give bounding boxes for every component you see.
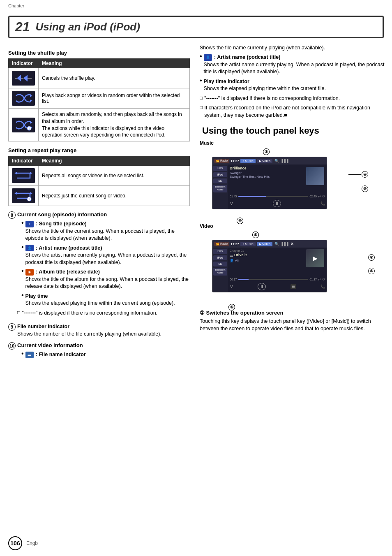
bullet-song-title: • ♪ : Song title (episode) Shows the tit… xyxy=(21,220,190,242)
sidebar-ipod: iPod xyxy=(213,172,227,177)
sidebar-ipod-v: iPod xyxy=(213,255,227,260)
list-btn-video: ☰ xyxy=(291,284,296,289)
right-bullet-playtime: • Play time indicator Shows the elapsed … xyxy=(200,78,386,93)
track-title-video: Drive it xyxy=(234,253,247,257)
svg-marker-11 xyxy=(14,192,17,195)
repeat-table: Indicator Meaning xyxy=(8,156,190,206)
table-row: 1 Selects an album randomly, and then pl… xyxy=(9,109,190,141)
item-9-content: File number indicatorShows the number of… xyxy=(17,323,190,338)
screen-body-music: Divx iPod SD Bluetooth Audio Brilliance … xyxy=(212,164,327,209)
svg-marker-5 xyxy=(30,121,32,124)
music-tab-video: ♪ Music xyxy=(240,242,256,246)
svg-marker-4 xyxy=(30,100,32,102)
anno-4-music: ④ xyxy=(362,171,368,178)
video-screen: 📻 Radio 11:27 ♪ Music ▶ Video 🔍 ▐▐▐ ✕ Di… xyxy=(212,240,327,292)
progress-bar-video xyxy=(238,279,309,280)
video-label: Video xyxy=(200,223,386,229)
anno-1-title: ① Switches the operation screen xyxy=(200,310,386,316)
album-icon: ◉ xyxy=(25,269,34,276)
shuffle-col-meaning: Meaning xyxy=(39,59,190,68)
sidebar-divx-v: Divx xyxy=(213,249,227,254)
video-thumb: ▶ xyxy=(306,249,324,267)
sidebar-sd: SD xyxy=(213,178,227,183)
right-bullets: • 👤 : Artist name (podcast title) Shows … xyxy=(200,54,386,93)
album-art-music xyxy=(306,167,324,185)
bullet-album-title: • ◉ : Album title (release date) Shows t… xyxy=(21,269,190,290)
anno-6-video: ⑥ xyxy=(228,304,235,310)
screen-controls-video: ∨ ⏸ ☰ 📞 xyxy=(230,283,325,290)
svg-text:1: 1 xyxy=(28,127,30,130)
repeat-ctrl-music: ↺ xyxy=(322,195,325,198)
video-tab-m: ▶ Video xyxy=(257,159,273,163)
svg-marker-3 xyxy=(30,95,32,97)
repeat-col-meaning: Meaning xyxy=(39,156,190,166)
numbered-item-10: 10 Current video information • ▬ : File … xyxy=(8,342,190,361)
time-start-music: 01:45 xyxy=(230,195,237,198)
chapter-title-box: 21 Using an iPod (iPod) xyxy=(8,16,384,38)
chevron-music: ∨ xyxy=(230,201,233,206)
shuffle-section-title: Setting the shuffle play xyxy=(8,50,190,56)
chapter-label: Chapter xyxy=(8,3,384,8)
video-tab-active: ▶ Video xyxy=(257,242,273,246)
shuffle-ctrl-music: ⇄ xyxy=(318,195,321,198)
screen-main-music: Brilliance Swinger Swinger The Best New … xyxy=(228,164,327,209)
person-icon-video: 👤 xyxy=(230,259,234,262)
progress-fill-video xyxy=(238,279,249,280)
shuffle-meaning-1: Cancels the shuffle play. xyxy=(39,68,190,88)
sidebar-bt-v: Bluetooth Audio xyxy=(213,268,227,275)
shuffle-meaning-3: Selects an album randomly, and then play… xyxy=(39,109,190,141)
anno-5-video: ⑤ xyxy=(368,268,375,274)
table-row: Repeats all songs or videos in the selec… xyxy=(9,166,190,186)
bullet-play-time: • Play time Shows the elapsed playing ti… xyxy=(21,293,190,307)
right-filename-desc: Shows the file name currently playing (w… xyxy=(200,44,386,51)
shuffle-table: Indicator Meaning xyxy=(8,58,190,141)
svg-text:1: 1 xyxy=(28,198,30,201)
play-icon-thumb: ▶ xyxy=(313,255,318,262)
music-screen-mock: 📻 Radio 11:27 ♪ Music ▶ Video 🔍 ▐▐▐ Divx… xyxy=(212,157,327,209)
page: Chapter 21 Using an iPod (iPod) Setting … xyxy=(0,0,392,556)
item-number-8: 8 xyxy=(8,211,16,219)
item-8-content: Current song (episode) information • ♪ :… xyxy=(17,211,190,319)
table-row: Cancels the shuffle play. xyxy=(9,68,190,88)
anno-5-music: ⑤ xyxy=(362,185,368,192)
music-screen: 📻 Radio 11:27 ♪ Music ▶ Video 🔍 ▐▐▐ Divx… xyxy=(212,157,327,209)
screen-time-music: 11:27 xyxy=(231,159,239,163)
right-bullet-artist: • 👤 : Artist name (podcast title) Shows … xyxy=(200,54,386,76)
left-column: Setting the shuffle play Indicator Meani… xyxy=(8,44,197,365)
checkbox-dashes: □ "-------" is displayed if there is no … xyxy=(17,310,190,317)
shuffle-icon-1 xyxy=(9,68,39,88)
item-9-title: File number indicatorShows the number of… xyxy=(17,323,190,338)
pause-btn-music: ⏸ xyxy=(273,200,281,207)
shuffle-ctrl-video: ⇄ xyxy=(318,278,321,281)
screen-sidebar-video: Divx iPod SD Bluetooth Audio xyxy=(212,248,228,292)
repeat-section-title: Setting a repeat play range xyxy=(8,147,190,153)
video-screen-mock: 📻 Radio 11:27 ♪ Music ▶ Video 🔍 ▐▐▐ ✕ Di… xyxy=(212,240,327,292)
table-row: Plays back songs or videos in random ord… xyxy=(9,88,190,109)
svg-marker-9 xyxy=(14,172,17,174)
close-btn-video: ✕ xyxy=(291,242,294,246)
shuffle-icon-3: 1 xyxy=(9,109,39,141)
repeat-icon-2: 1 xyxy=(9,186,39,206)
repeat-meaning-2: Repeats just the current song or video. xyxy=(39,186,190,206)
numbered-item-9: 9 File number indicatorShows the number … xyxy=(8,323,190,338)
anno-3-music: ③ xyxy=(263,148,270,155)
progress-bar-music xyxy=(238,196,309,197)
repeat-meaning-1: Repeats all songs or videos in the selec… xyxy=(39,166,190,186)
music-label: Music xyxy=(200,140,386,146)
screen-body-video: Divx iPod SD Bluetooth Audio Chapter 01 … xyxy=(212,248,327,292)
numbered-item-8: 8 Current song (episode) information • ♪… xyxy=(8,211,190,319)
sidebar-divx: Divx xyxy=(213,166,227,171)
track-artist-video: Ali xyxy=(235,259,239,262)
svg-marker-12 xyxy=(30,192,32,195)
item-8-title: Current song (episode) information xyxy=(17,211,190,219)
screen-controls-music: ∨ ⏸ 📞 xyxy=(230,200,325,207)
language-label: Engb xyxy=(26,540,38,546)
table-row: 1 Repeats just the current song or video… xyxy=(9,186,190,206)
phone-btn-video: 📞 xyxy=(321,285,325,289)
anno-4-video: ④ xyxy=(368,254,375,261)
sidebar-sd-v: SD xyxy=(213,262,227,266)
person-icon: 👤 xyxy=(25,245,34,251)
right-column: Shows the file name currently playing (w… xyxy=(197,44,386,365)
file-icon-video: ▬ xyxy=(230,254,233,257)
file-icon: ▬ xyxy=(25,352,34,358)
